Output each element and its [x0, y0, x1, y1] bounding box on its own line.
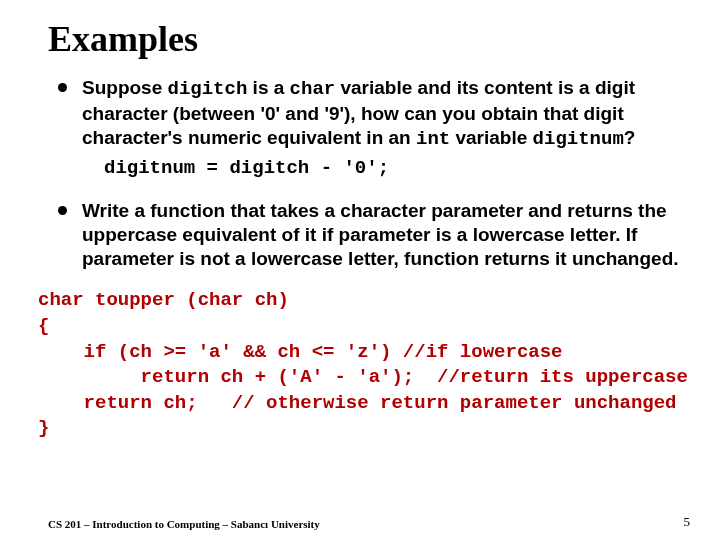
text: Write a function that takes a character … [82, 200, 679, 269]
text: Suppose [82, 77, 168, 98]
page-number: 5 [684, 514, 691, 530]
bullet-item-1: Suppose digitch is a char variable and i… [48, 76, 690, 181]
text: is a [247, 77, 289, 98]
text: ? [624, 127, 636, 148]
bullet-item-2: Write a function that takes a character … [48, 199, 690, 270]
bullet-list: Suppose digitch is a char variable and i… [48, 76, 690, 270]
code-block: char toupper (char ch) { if (ch >= 'a' &… [38, 288, 690, 442]
slide: Examples Suppose digitch is a char varia… [0, 0, 720, 540]
code-inline: digitnum [533, 128, 624, 150]
code-line: digitnum = digitch - '0'; [104, 157, 690, 181]
slide-title: Examples [48, 18, 690, 60]
footer-text: CS 201 – Introduction to Computing – Sab… [48, 518, 320, 530]
code-inline: digitch [168, 78, 248, 100]
text: variable [450, 127, 532, 148]
code-inline: char [290, 78, 336, 100]
code-inline: int [416, 128, 450, 150]
